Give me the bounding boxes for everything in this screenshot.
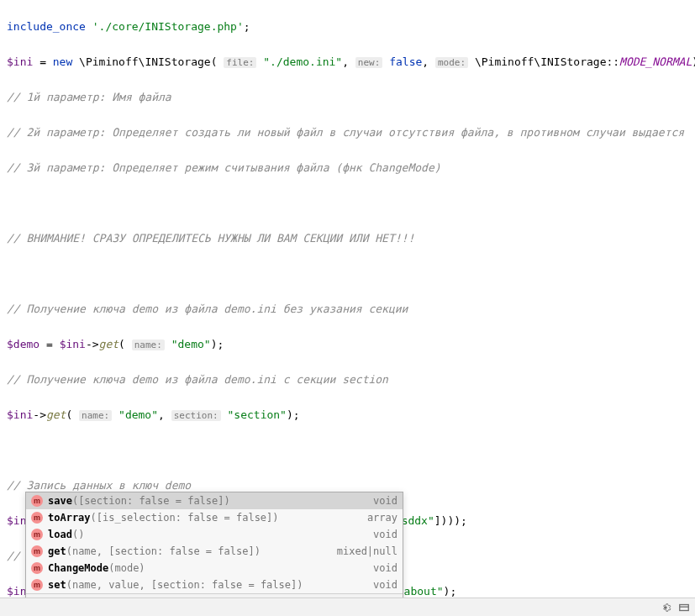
autocomplete-params: ()	[72, 526, 84, 544]
param-hint: new:	[355, 57, 383, 68]
code-comment: // 1й параметр: Имя файла	[7, 88, 688, 106]
method-icon: m	[31, 529, 43, 540]
autocomplete-item-save[interactable]: msave([section: false = false])void	[26, 492, 403, 509]
autocomplete-method-name: ChangeMode	[48, 560, 108, 577]
autocomplete-item-set[interactable]: mset(name, value, [section: false = fals…	[26, 577, 403, 593]
autocomplete-method-name: save	[48, 492, 72, 510]
method-icon: m	[31, 512, 43, 524]
code-comment: // Получение ключа demo из файла demo.in…	[7, 371, 688, 388]
code-line	[7, 441, 688, 459]
svg-rect-0	[680, 604, 689, 610]
autocomplete-params: (mode)	[108, 560, 145, 577]
param-hint: section:	[171, 410, 221, 421]
autocomplete-method-name: set	[48, 577, 66, 594]
autocomplete-method-name: load	[48, 526, 72, 544]
gear-icon[interactable]	[660, 602, 671, 613]
code-comment: // Получение ключа demo из файла demo.in…	[7, 300, 688, 318]
autocomplete-method-name: get	[48, 543, 66, 561]
code-comment: // ВНИМАНИЕ! СРАЗУ ОПРЕДЕЛИТЕСЬ НУЖНЫ ЛИ…	[7, 229, 688, 247]
autocomplete-return-type: array	[367, 509, 398, 527]
code-line: include_once './core/INIStorage.php';	[7, 18, 688, 35]
autocomplete-params: ([is_selection: false = false])	[91, 509, 279, 527]
autocomplete-item-changemode[interactable]: mChangeMode(mode)void	[26, 560, 403, 577]
code-line: $demo = $ini->get( name: "demo");	[7, 335, 688, 353]
param-hint: file:	[224, 57, 256, 68]
param-hint: mode:	[435, 57, 468, 68]
autocomplete-item-load[interactable]: mload()void	[26, 526, 403, 543]
autocomplete-return-type: void	[373, 577, 398, 594]
code-comment: // 3й параметр: Определяет режим считыва…	[7, 159, 688, 176]
autocomplete-params: (name, value, [section: false = false])	[66, 577, 303, 594]
autocomplete-item-toarray[interactable]: mtoArray([is_selection: false = false])a…	[26, 509, 403, 526]
autocomplete-params: ([section: false = false])	[72, 492, 230, 510]
autocomplete-params: (name, [section: false = false])	[66, 543, 261, 561]
code-line	[7, 265, 688, 282]
method-icon: m	[31, 495, 43, 507]
code-line: $ini->get( name: "demo", section: "secti…	[7, 406, 688, 424]
keyword-include: include_once	[7, 20, 86, 33]
param-hint: name:	[132, 340, 165, 350]
autocomplete-return-type: void	[373, 492, 398, 510]
autocomplete-return-type: mixed|null	[337, 543, 398, 561]
method-icon: m	[31, 545, 43, 557]
autocomplete-return-type: void	[373, 526, 398, 544]
status-bar	[0, 598, 695, 616]
string-literal: './core/INIStorage.php'	[92, 20, 244, 33]
code-line	[7, 194, 688, 212]
code-line: $ini = new \Piminoff\INIStorage( file: "…	[7, 53, 688, 71]
method-icon: m	[31, 579, 43, 591]
code-comment: // 2й параметр: Определяет создать ли но…	[7, 124, 688, 141]
autocomplete-return-type: void	[373, 560, 398, 577]
autocomplete-method-name: toArray	[48, 509, 91, 527]
method-icon: m	[31, 562, 43, 574]
param-hint: name:	[79, 410, 112, 421]
hide-panel-icon[interactable]	[678, 602, 690, 613]
autocomplete-item-get[interactable]: mget(name, [section: false = false])mixe…	[26, 543, 403, 560]
